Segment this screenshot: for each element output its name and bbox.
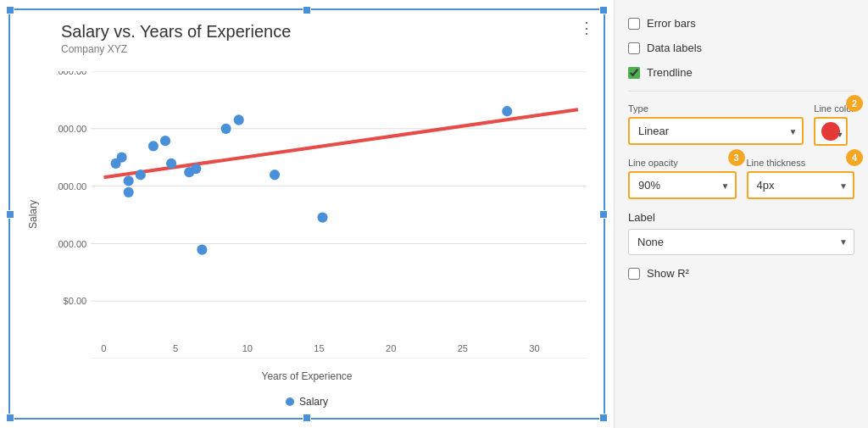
data-labels-row: Data labels [628,42,854,54]
chart-container: ⋮ Salary vs. Years of Experience Company… [8,8,605,420]
svg-text:25: 25 [458,343,468,353]
svg-text:$75,000.00: $75,000.00 [57,124,86,134]
svg-point-21 [124,175,134,186]
svg-text:15: 15 [314,343,324,353]
resize-handle-bottom-center[interactable] [303,414,311,422]
error-bars-row: Error bars [628,17,854,30]
line-thickness-select[interactable]: 1px2px3px 4px5px6px [747,171,855,199]
resize-handle-top-center[interactable] [303,6,311,14]
line-opacity-field: 3 Line opacity 10%20%30%40% 50%60%70%80%… [628,158,737,199]
type-field: Type Linear Polynomial Exponential Logar… [628,103,804,146]
trendline-label[interactable]: Trendline [628,66,693,79]
svg-point-20 [117,153,127,163]
svg-point-28 [191,164,201,174]
badge-4: 4 [846,149,863,166]
line-color-button[interactable]: ▼ [814,117,848,146]
line-thickness-label: Line thickness [747,158,855,168]
svg-point-25 [160,136,170,146]
svg-text:10: 10 [242,343,253,353]
badge-2: 2 [846,95,863,112]
svg-text:$0.00: $0.00 [64,296,87,306]
line-thickness-field: 4 Line thickness 1px2px3px 4px5px6px ▼ [747,158,855,199]
svg-text:20: 20 [386,343,396,353]
trendline-row: Trendline [628,66,854,79]
type-label: Type [628,103,804,114]
show-r2-checkbox[interactable] [628,268,640,280]
svg-point-22 [124,187,134,197]
y-axis-label: Salary [27,199,39,228]
svg-point-29 [197,244,207,254]
svg-point-31 [234,114,244,125]
legend-dot [286,397,294,406]
error-bars-checkbox[interactable] [628,18,640,30]
resize-handle-top-left[interactable] [6,6,14,14]
chart-legend: Salary [286,396,328,408]
label-section-label: Label [628,211,854,224]
label-section: Label None Use equation Custom ▼ [628,211,854,255]
divider [628,91,854,92]
svg-line-18 [103,109,577,177]
data-labels-checkbox[interactable] [628,42,640,54]
resize-handle-bottom-left[interactable] [6,414,14,422]
svg-point-26 [166,158,176,169]
show-r2-row: Show R² [628,267,854,280]
chart-title: Salary vs. Years of Experience [10,10,604,43]
svg-text:$50,000.00: $50,000.00 [57,181,86,192]
color-dropdown-arrow: ▼ [836,131,843,139]
svg-text:0: 0 [101,343,106,353]
type-select[interactable]: Linear Polynomial Exponential Logarithmi… [628,117,804,145]
label-select[interactable]: None Use equation Custom [628,229,854,255]
svg-point-34 [502,106,512,116]
svg-point-32 [270,170,280,180]
resize-handle-bottom-right[interactable] [599,414,608,422]
chart-svg: $100,000.00 $75,000.00 $50,000.00 $25,00… [57,71,587,359]
svg-point-24 [148,141,159,151]
chart-subtitle: Company XYZ [10,43,604,60]
more-options-icon[interactable]: ⋮ [579,19,595,37]
svg-text:30: 30 [529,343,539,353]
resize-handle-middle-left[interactable] [6,210,14,219]
svg-text:5: 5 [173,343,178,353]
line-opacity-label: Line opacity [628,158,737,168]
badge-3: 3 [728,149,745,166]
line-color-field: Line color ▼ 2 [814,103,854,146]
svg-point-23 [136,170,146,180]
line-opacity-select[interactable]: 10%20%30%40% 50%60%70%80% 90%100% [628,171,737,199]
x-axis-label: Years of Experience [262,370,353,382]
show-r2-label: Show R² [647,267,689,280]
resize-handle-top-right[interactable] [599,6,608,14]
data-labels-label[interactable]: Data labels [628,42,702,54]
svg-text:$25,000.00: $25,000.00 [57,238,86,248]
trendline-checkbox[interactable] [628,67,640,79]
type-color-group: Type Linear Polynomial Exponential Logar… [628,103,854,146]
scatter-plot: $100,000.00 $75,000.00 $50,000.00 $25,00… [57,71,587,359]
svg-text:$100,000.00: $100,000.00 [57,71,86,76]
legend-label: Salary [299,396,328,408]
svg-point-30 [221,124,231,134]
error-bars-label[interactable]: Error bars [628,17,696,30]
resize-handle-middle-right[interactable] [599,210,608,219]
right-panel: Error bars Data labels Trendline Type Li… [614,0,868,428]
svg-point-33 [317,212,327,222]
opacity-thickness-group: 3 Line opacity 10%20%30%40% 50%60%70%80%… [628,158,854,199]
chart-area: ⋮ Salary vs. Years of Experience Company… [0,0,614,428]
